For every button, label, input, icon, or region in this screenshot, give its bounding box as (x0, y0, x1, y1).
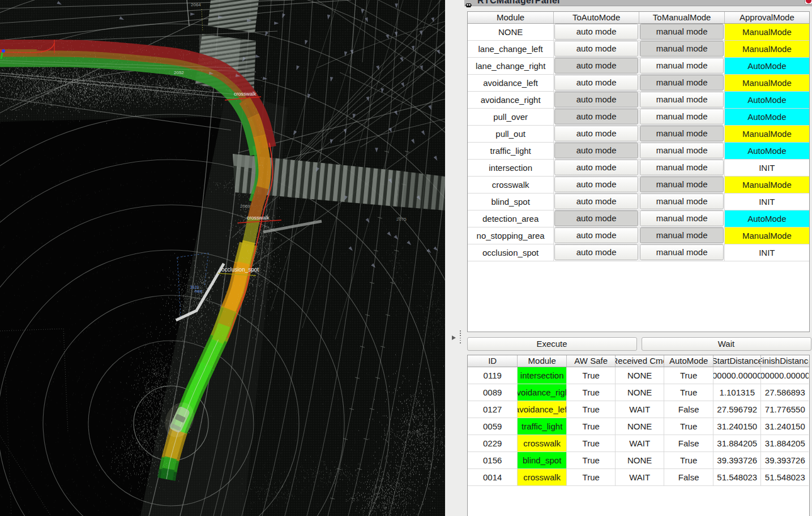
svg-text:2069: 2069 (240, 204, 250, 209)
svg-text:2075: 2075 (396, 217, 407, 222)
svg-text:3121: 3121 (190, 285, 199, 289)
svg-text:2052: 2052 (174, 70, 184, 75)
svg-text:occlusion_spot: occlusion_spot (221, 266, 259, 273)
svg-text:crosswalk: crosswalk (234, 91, 257, 97)
svg-text:next: next (195, 289, 202, 293)
svg-text:crosswalk: crosswalk (247, 215, 270, 221)
svg-text:2064: 2064 (191, 2, 201, 7)
